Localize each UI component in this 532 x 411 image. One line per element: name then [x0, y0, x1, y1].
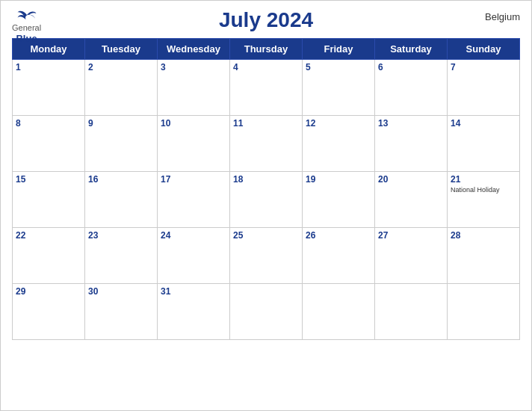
calendar-cell: 1 [13, 60, 85, 116]
calendar-cell: 17 [158, 172, 230, 228]
day-number: 8 [16, 118, 81, 129]
calendar-cell: 16 [85, 172, 158, 228]
day-number: 29 [16, 286, 81, 297]
day-number: 15 [16, 174, 81, 185]
weekday-header-saturday: Saturday [375, 39, 448, 60]
calendar-cell: 22 [13, 228, 85, 284]
logo-area: General Blue [12, 8, 41, 45]
calendar-cell: 20 [375, 172, 448, 228]
day-number: 24 [161, 230, 226, 241]
day-number: 7 [451, 62, 516, 72]
day-number: 2 [88, 62, 154, 72]
calendar-cell: 28 [448, 228, 520, 284]
weekday-header-friday: Friday [303, 39, 375, 60]
calendar-cell: 21National Holiday [448, 172, 520, 228]
calendar-cell: 13 [375, 116, 448, 172]
day-number: 31 [161, 286, 226, 297]
calendar-week-row: 891011121314 [13, 116, 520, 172]
calendar-cell: 5 [303, 60, 375, 116]
calendar-cell: 3 [158, 60, 230, 116]
day-number: 26 [306, 230, 371, 241]
day-number: 11 [233, 118, 299, 129]
day-number: 23 [88, 230, 154, 241]
day-number: 5 [306, 62, 371, 72]
calendar-cell: 11 [230, 116, 303, 172]
calendar-container: General Blue July 2024 Belgium MondayTue… [0, 0, 532, 411]
calendar-cell: 8 [13, 116, 85, 172]
day-number: 27 [378, 230, 444, 241]
calendar-cell: 26 [303, 228, 375, 284]
calendar-cell: 29 [13, 284, 85, 340]
calendar-cell: 31 [158, 284, 230, 340]
calendar-header: General Blue July 2024 Belgium [12, 8, 520, 32]
logo-bird-icon [16, 8, 37, 22]
calendar-cell [448, 284, 520, 340]
day-number: 13 [378, 118, 444, 129]
day-number: 20 [378, 174, 444, 185]
calendar-cell: 10 [158, 116, 230, 172]
day-number: 30 [88, 286, 154, 297]
calendar-cell: 25 [230, 228, 303, 284]
day-number: 3 [161, 62, 226, 72]
logo-blue-text: Blue [16, 33, 37, 45]
calendar-cell: 9 [85, 116, 158, 172]
day-number: 12 [306, 118, 371, 129]
day-number: 1 [16, 62, 81, 72]
calendar-cell: 7 [448, 60, 520, 116]
day-number: 10 [161, 118, 226, 129]
calendar-cell [303, 284, 375, 340]
weekday-header-sunday: Sunday [448, 39, 520, 60]
calendar-cell: 12 [303, 116, 375, 172]
calendar-cell [375, 284, 448, 340]
holiday-label: National Holiday [451, 186, 516, 194]
calendar-cell: 27 [375, 228, 448, 284]
logo-general-text: General [12, 23, 41, 33]
weekday-header-wednesday: Wednesday [158, 39, 230, 60]
calendar-week-row: 293031 [13, 284, 520, 340]
day-number: 16 [88, 174, 154, 185]
day-number: 22 [16, 230, 81, 241]
country-label: Belgium [485, 11, 520, 22]
day-number: 17 [161, 174, 226, 185]
day-number: 4 [233, 62, 299, 72]
day-number: 14 [451, 118, 516, 129]
day-number: 19 [306, 174, 371, 185]
day-number: 25 [233, 230, 299, 241]
calendar-cell: 4 [230, 60, 303, 116]
day-number: 9 [88, 118, 154, 129]
calendar-cell: 19 [303, 172, 375, 228]
calendar-cell [230, 284, 303, 340]
calendar-cell: 2 [85, 60, 158, 116]
calendar-cell: 30 [85, 284, 158, 340]
day-number: 6 [378, 62, 444, 72]
calendar-week-row: 15161718192021National Holiday [13, 172, 520, 228]
weekday-header-row: MondayTuesdayWednesdayThursdayFridaySatu… [13, 39, 520, 60]
day-number: 28 [451, 230, 516, 241]
weekday-header-thursday: Thursday [230, 39, 303, 60]
calendar-title: July 2024 [219, 8, 313, 32]
calendar-cell: 18 [230, 172, 303, 228]
calendar-cell: 23 [85, 228, 158, 284]
day-number: 21 [451, 174, 516, 185]
calendar-week-row: 1234567 [13, 60, 520, 116]
calendar-cell: 15 [13, 172, 85, 228]
calendar-week-row: 22232425262728 [13, 228, 520, 284]
calendar-cell: 14 [448, 116, 520, 172]
calendar-cell: 24 [158, 228, 230, 284]
calendar-cell: 6 [375, 60, 448, 116]
weekday-header-tuesday: Tuesday [85, 39, 158, 60]
calendar-table: MondayTuesdayWednesdayThursdayFridaySatu… [12, 38, 520, 340]
day-number: 18 [233, 174, 299, 185]
